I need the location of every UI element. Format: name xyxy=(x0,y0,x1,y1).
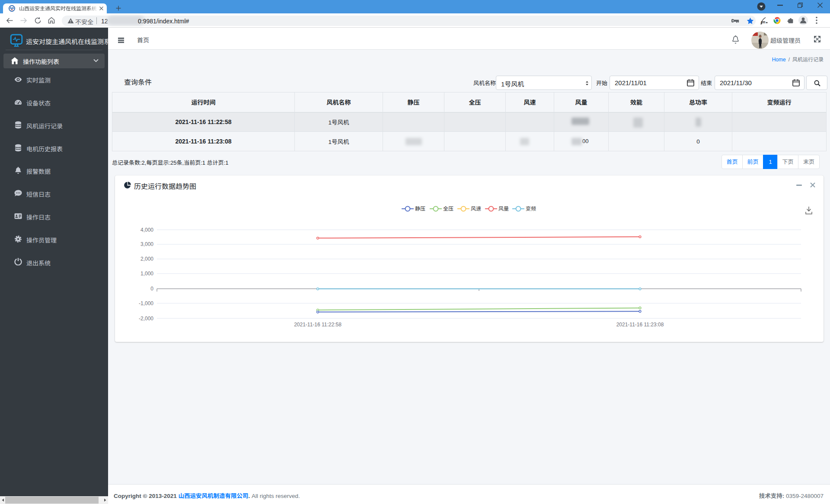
svg-text:2021-11-16 11:23:08: 2021-11-16 11:23:08 xyxy=(616,322,664,328)
svg-text:全压: 全压 xyxy=(443,206,453,212)
svg-text:3,000: 3,000 xyxy=(140,241,153,247)
svg-text:2021-11-16 11:22:58: 2021-11-16 11:22:58 xyxy=(294,322,342,328)
svg-text:静压: 静压 xyxy=(415,206,425,212)
svg-text:风速: 风速 xyxy=(471,206,481,212)
svg-text:4,000: 4,000 xyxy=(140,227,153,233)
svg-text:0: 0 xyxy=(150,286,153,292)
svg-text:1,000: 1,000 xyxy=(140,271,153,277)
svg-text:风量: 风量 xyxy=(498,206,509,212)
svg-text:-2,000: -2,000 xyxy=(139,316,153,322)
svg-text:2,000: 2,000 xyxy=(140,256,153,262)
svg-text:变频: 变频 xyxy=(526,206,536,212)
svg-text:-1,000: -1,000 xyxy=(139,300,153,306)
